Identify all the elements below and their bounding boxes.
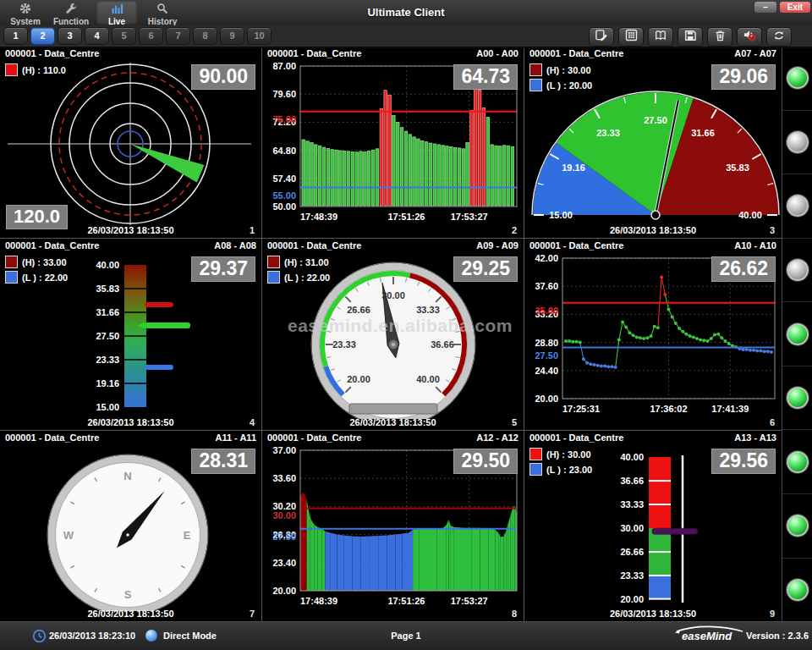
save-icon	[684, 30, 696, 45]
panel-header: 000001 - Data_Centre A12 - A12	[262, 431, 524, 445]
svg-text:40.00: 40.00	[620, 452, 644, 462]
legend-swatch	[529, 79, 542, 91]
led-indicator-1	[787, 67, 809, 89]
legend-label: (H) : 31.00	[284, 257, 329, 267]
svg-text:55.00: 55.00	[272, 190, 296, 201]
book-button[interactable]	[648, 27, 673, 47]
exit-button[interactable]: Exit	[780, 2, 810, 13]
tab-9[interactable]: 9	[220, 27, 244, 45]
status-version: Version : 2.3.6	[746, 631, 809, 641]
legend-swatch	[267, 271, 280, 284]
svg-text:26.66: 26.66	[620, 547, 644, 557]
led-cell	[782, 494, 812, 559]
panel-title: 000001 - Data_Centre	[529, 48, 623, 61]
svg-text:27.50: 27.50	[535, 350, 558, 361]
trash-icon	[715, 30, 726, 45]
panel-channel: A13 - A13	[734, 432, 776, 445]
panel-3[interactable]: 000001 - Data_Centre A07 - A0715.0019.16…	[524, 47, 782, 239]
panel-5[interactable]: 000001 - Data_Centre A09 - A0920.0023.33…	[262, 239, 524, 431]
status-bar: 26/03/2013 18:23:10 Direct Mode Page 1 e…	[0, 621, 812, 650]
svg-text:W: W	[63, 529, 74, 542]
panel-channel: A08 - A08	[214, 240, 256, 253]
mute-alarm-icon	[743, 29, 756, 45]
mute-alarm-button[interactable]	[737, 27, 762, 47]
tab-10[interactable]: 10	[247, 27, 272, 45]
legend-swatch	[5, 256, 18, 268]
led-cell	[782, 302, 812, 366]
panel-header: 000001 - Data_Centre A10 - A10	[524, 239, 782, 253]
panel-4[interactable]: 000001 - Data_Centre A08 - A08 40.0035.8…	[0, 239, 262, 431]
panel-number: 3	[770, 225, 775, 235]
panel-channel: A00 - A00	[476, 48, 518, 61]
tab-row: 12345678910	[0, 25, 812, 48]
title-bar: System Function Live History Ultimate Cl…	[0, 0, 812, 25]
panel-number: 6	[770, 417, 775, 427]
grid-button[interactable]	[618, 27, 644, 47]
panel-number: 2	[512, 225, 517, 235]
svg-text:23.33: 23.33	[332, 339, 356, 350]
legend-swatch	[529, 63, 542, 76]
minimize-button[interactable]: –	[754, 2, 776, 13]
tab-8[interactable]: 8	[193, 27, 217, 45]
tab-4[interactable]: 4	[85, 27, 109, 45]
svg-text:15.00: 15.00	[96, 402, 119, 412]
panel-channel: A07 - A07	[734, 48, 776, 61]
panel-header: 000001 - Data_Centre	[0, 47, 261, 61]
sync-button[interactable]	[766, 27, 792, 47]
value-badge: 29.06	[711, 64, 776, 90]
led-indicator-6	[787, 387, 809, 409]
panel-2[interactable]: 000001 - Data_Centre A00 - A0087.0079.60…	[262, 47, 524, 239]
save-button[interactable]	[678, 27, 703, 47]
panel-timestamp: 26/03/2013 18:13:50	[524, 225, 782, 235]
led-cell	[782, 366, 812, 431]
led-indicator-8	[787, 515, 809, 537]
legend-swatch	[5, 63, 18, 76]
led-cell	[782, 47, 812, 111]
value-badge: 29.25	[453, 256, 518, 282]
panel-6[interactable]: 000001 - Data_Centre A10 - A1042.0037.60…	[524, 239, 782, 431]
svg-text:27.50: 27.50	[96, 331, 119, 341]
panel-legend: (H) : 31.00(L ) : 22.00	[267, 256, 330, 286]
tab-1[interactable]: 1	[3, 27, 28, 45]
svg-text:40.00: 40.00	[416, 374, 440, 384]
toolbar	[589, 27, 792, 47]
tab-5[interactable]: 5	[112, 27, 136, 45]
svg-text:23.33: 23.33	[96, 355, 119, 365]
panel-channel: A10 - A10	[734, 240, 776, 253]
svg-text:S: S	[124, 588, 132, 601]
legend-label: (H) : 33.00	[22, 257, 67, 267]
legend-label: (L ) : 22.00	[284, 273, 330, 283]
led-cell	[782, 111, 812, 175]
svg-text:20.00: 20.00	[535, 394, 558, 404]
edit-page-button[interactable]	[589, 27, 614, 47]
value-badge: 29.56	[711, 449, 776, 474]
svg-text:20.00: 20.00	[347, 374, 370, 384]
brand-logo: easeMind	[673, 625, 746, 646]
trash-button[interactable]	[707, 27, 732, 47]
svg-text:23.33: 23.33	[596, 128, 620, 138]
panel-timestamp: 26/03/2013 18:13:50	[262, 417, 524, 427]
panel-8[interactable]: 000001 - Data_Centre A12 - A1237.0033.60…	[262, 431, 524, 622]
panel-title: 000001 - Data_Centre	[5, 240, 99, 253]
tab-6[interactable]: 6	[139, 27, 163, 45]
legend-swatch	[529, 448, 542, 460]
panel-9[interactable]: 000001 - Data_Centre A13 - A1340.0036.66…	[524, 431, 782, 622]
svg-text:23.40: 23.40	[272, 558, 296, 568]
tab-7[interactable]: 7	[166, 27, 190, 45]
panel-title: 000001 - Data_Centre	[267, 240, 361, 253]
tab-3[interactable]: 3	[58, 27, 82, 45]
value-badge-secondary: 120.0	[6, 205, 68, 229]
svg-text:24.40: 24.40	[535, 366, 558, 376]
sync-icon	[772, 30, 786, 45]
led-indicator-5	[787, 323, 809, 345]
led-indicator-4	[787, 259, 809, 281]
panel-header: 000001 - Data_Centre A00 - A00	[262, 47, 524, 61]
led-cell	[782, 174, 812, 239]
svg-text:23.33: 23.33	[620, 570, 644, 581]
tab-2[interactable]: 2	[30, 27, 55, 45]
page-tabs: 12345678910	[3, 27, 272, 45]
panel-7[interactable]: 000001 - Data_Centre A11 - A11NESW28.312…	[0, 431, 262, 622]
svg-text:17:25:31: 17:25:31	[562, 404, 600, 414]
panel-1[interactable]: 000001 - Data_Centre 90.00120.0(H) : 110…	[0, 47, 262, 239]
svg-text:75.00: 75.00	[272, 114, 296, 124]
